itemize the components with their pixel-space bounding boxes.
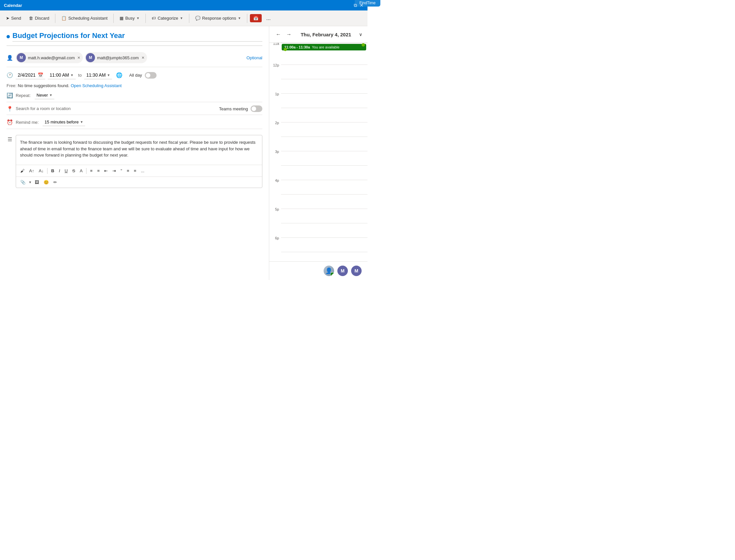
separator-2 xyxy=(113,14,114,23)
calendar-expand-button[interactable]: ∨ xyxy=(359,32,362,37)
calendar-icon: 📅 xyxy=(38,72,43,78)
align-right-button[interactable]: ≡ xyxy=(132,167,138,175)
person-icon: 👤 xyxy=(7,55,13,61)
bold-button[interactable]: B xyxy=(49,167,56,175)
event-title-input[interactable] xyxy=(12,31,262,42)
repeat-label: Repeat: xyxy=(16,93,31,98)
time-area-1p-half xyxy=(281,108,367,122)
scheduling-assistant-button[interactable]: 📋 Scheduling Assistant xyxy=(58,14,111,22)
indent-increase-button[interactable]: ⇥ xyxy=(111,167,118,175)
repeat-dropdown-icon: ▼ xyxy=(49,93,52,97)
time-area-3p xyxy=(281,151,367,165)
font-color-button[interactable]: A xyxy=(78,167,84,175)
close-button[interactable]: ✕ xyxy=(360,3,364,8)
start-time-picker[interactable]: 11:00 AM ▼ xyxy=(48,71,76,79)
discard-icon: 🗑 xyxy=(29,16,33,21)
remove-attendee-1[interactable]: ✕ xyxy=(77,56,80,60)
attendee-chip-1: M matt.h.wade@gmail.com ✕ xyxy=(16,52,83,63)
time-slot-6p: 6p xyxy=(269,237,367,252)
calendar-avatar-m1: M xyxy=(337,265,349,277)
time-area-5p xyxy=(281,209,367,223)
time-label-11a: 11a xyxy=(269,43,281,46)
highlight-button[interactable]: ✏ xyxy=(52,178,59,186)
calendar-event[interactable]: 11:00a - 11:30a You are available xyxy=(282,44,366,50)
indent-decrease-button[interactable]: ⇤ xyxy=(103,167,109,175)
date-picker[interactable]: 2/4/2021 📅 xyxy=(16,71,45,79)
time-area-1p xyxy=(281,93,367,108)
italic-button[interactable]: I xyxy=(57,167,62,175)
calendar-avatars: 👤 ✓ M M xyxy=(269,261,367,280)
location-input[interactable] xyxy=(16,106,217,111)
findtime-icon: 📅 xyxy=(253,16,258,21)
title-dot xyxy=(7,35,10,38)
body-text[interactable]: The finance team is looking forward to d… xyxy=(16,135,262,165)
time-label-empty-2 xyxy=(269,106,281,106)
cal-next-button[interactable]: → xyxy=(285,30,293,39)
editor-toolbar-2: 📎 ▼ 🖼 😊 ✏ xyxy=(16,177,262,188)
strikethrough-button[interactable]: S xyxy=(71,167,77,175)
calendar-date-label: Thu, February 4, 2021 xyxy=(295,32,356,37)
time-label-4p: 4p xyxy=(269,178,281,182)
calendar-header: ← → Thu, February 4, 2021 ∨ xyxy=(269,26,367,43)
categorize-dropdown-icon: ▼ xyxy=(180,16,183,20)
discard-button[interactable]: 🗑 Discard xyxy=(26,14,52,22)
time-slot-5p-half xyxy=(269,223,367,237)
align-left-button[interactable]: ≡ xyxy=(125,167,131,175)
optional-link[interactable]: Optional xyxy=(247,55,262,60)
format-painter-button[interactable]: 🖌 xyxy=(19,167,26,175)
time-slot-12p: 12p xyxy=(269,65,367,79)
time-slot-2p-half xyxy=(269,137,367,151)
more-format-button[interactable]: ... xyxy=(139,167,146,175)
categorize-button[interactable]: 🏷 Categorize ▼ xyxy=(148,14,186,22)
event-form: 👤 M matt.h.wade@gmail.com ✕ M matt@jumpt… xyxy=(0,26,269,280)
reminder-row: ⏰ Remind me: 15 minutes before ▼ xyxy=(7,118,262,129)
event-time: 11:00a - 11:30a xyxy=(284,45,310,49)
underline-button[interactable]: U xyxy=(63,167,69,175)
end-time-picker[interactable]: 11:30 AM ▼ xyxy=(84,71,112,79)
reminder-picker[interactable]: 15 minutes before ▼ xyxy=(43,118,85,126)
send-button[interactable]: ➤ Send xyxy=(3,14,24,22)
bullets-button[interactable]: ≡ xyxy=(88,167,94,175)
allday-toggle[interactable] xyxy=(145,72,157,79)
time-area-2p xyxy=(281,122,367,137)
time-label-1p: 1p xyxy=(269,91,281,96)
numbering-button[interactable]: ≡ xyxy=(96,167,102,175)
time-slot-4p: 4p xyxy=(269,180,367,194)
font-size-up-button[interactable]: A↑ xyxy=(28,167,36,175)
image-button[interactable]: 🖼 xyxy=(33,178,41,186)
time-area-12p xyxy=(281,65,367,79)
title-underline xyxy=(7,46,262,46)
teams-toggle-knob xyxy=(252,106,256,111)
busy-button[interactable]: ▦ Busy ▼ xyxy=(116,14,143,22)
scheduling-icon: 📋 xyxy=(61,16,66,21)
time-area-5p-half xyxy=(281,223,367,237)
attachment-button[interactable]: 📎 xyxy=(19,178,27,186)
findtime-button[interactable]: 📅 xyxy=(250,14,262,22)
time-label-3p: 3p xyxy=(269,149,281,154)
time-area-2p-half xyxy=(281,137,367,151)
body-editor: The finance team is looking forward to d… xyxy=(16,135,262,188)
remove-attendee-2[interactable]: ✕ xyxy=(141,56,144,60)
time-label-2p: 2p xyxy=(269,120,281,125)
time-area-6p xyxy=(281,237,367,252)
blockquote-button[interactable]: " xyxy=(119,167,124,175)
datetime-row: 🕐 2/4/2021 📅 11:00 AM ▼ to 11:30 AM ▼ 🌐 … xyxy=(7,71,262,79)
time-label-12p: 12p xyxy=(269,63,281,67)
emoji-button[interactable]: 😊 xyxy=(42,178,50,186)
reminder-icon: ⏰ xyxy=(7,119,13,125)
response-options-button[interactable]: 💬 Response options ▼ xyxy=(192,14,244,22)
repeat-picker[interactable]: Never ▼ xyxy=(35,91,55,99)
teams-toggle[interactable] xyxy=(251,105,262,112)
event-dot-top xyxy=(362,43,365,47)
font-size-down-button[interactable]: A↓ xyxy=(37,167,45,175)
response-icon: 💬 xyxy=(195,16,200,21)
time-area-3p-half xyxy=(281,165,367,180)
title-row xyxy=(7,31,262,42)
reminder-dropdown-icon: ▼ xyxy=(80,120,83,124)
open-scheduling-link[interactable]: Open Scheduling Assistant xyxy=(71,83,122,88)
restore-button[interactable]: ⧉ xyxy=(354,3,357,8)
calendar-timeline: 11a 11:00a - 11:30a You are available 12… xyxy=(269,43,367,261)
more-options-button[interactable]: ... xyxy=(263,14,274,23)
time-area-6p-half xyxy=(281,252,367,261)
cal-prev-button[interactable]: ← xyxy=(274,30,282,39)
